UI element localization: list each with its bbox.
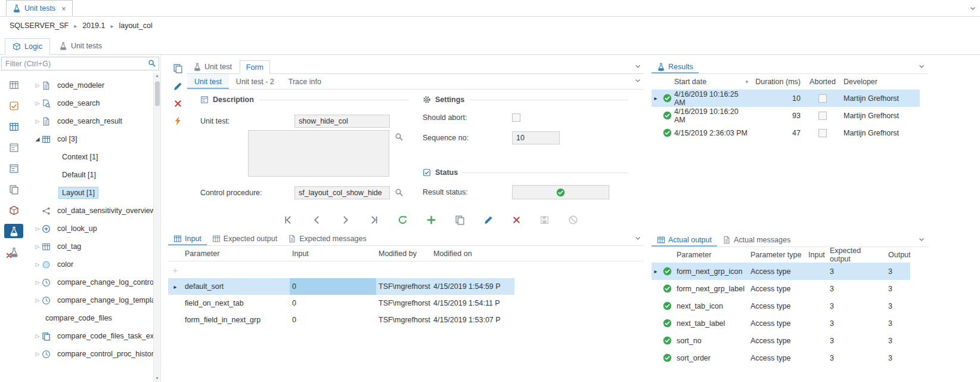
aborted-checkbox[interactable] <box>818 129 827 137</box>
search-lookup-icon[interactable] <box>395 133 404 141</box>
tree-item[interactable]: Default [1] <box>27 166 153 184</box>
delete-record-icon[interactable] <box>173 99 182 108</box>
document-tab-unit-tests[interactable]: Unit tests × <box>6 0 73 16</box>
packages-icon[interactable] <box>4 203 23 217</box>
column-header-parameter-type[interactable]: Parameter type <box>749 251 805 259</box>
tab-results[interactable]: Results <box>652 60 699 73</box>
column-header-input[interactable]: Input <box>290 246 376 261</box>
expander-icon[interactable]: ▷ <box>33 351 42 357</box>
tab-expected-output[interactable]: Expected output <box>207 232 283 245</box>
table-row[interactable]: 4/15/2019 2:36:03 PM 47 Martijn Grefhors… <box>652 124 920 141</box>
save-record-icon[interactable] <box>539 215 550 225</box>
add-row[interactable]: + <box>168 261 514 278</box>
add-record-icon[interactable] <box>426 215 436 225</box>
subtab-trace-info[interactable]: Trace info <box>281 74 328 89</box>
expander-icon[interactable]: ▷ <box>33 261 42 267</box>
should-abort-checkbox[interactable] <box>512 113 520 122</box>
expander-icon[interactable]: ▷ <box>33 118 42 124</box>
tables-icon[interactable] <box>4 119 23 134</box>
tab-unit-test[interactable]: Unit test <box>187 60 238 73</box>
last-record-icon[interactable] <box>369 215 379 225</box>
scrollbar-thumb[interactable] <box>155 81 160 106</box>
output-tab-overflow-chevron-icon[interactable] <box>918 236 925 243</box>
results-tab-overflow-chevron-icon[interactable] <box>918 63 925 70</box>
tree-item[interactable]: ▷color <box>27 255 153 273</box>
delete-record-icon[interactable] <box>512 215 521 224</box>
variants-icon[interactable] <box>4 161 23 175</box>
column-header-expected-output[interactable]: Expected output <box>826 247 883 263</box>
copy-record-icon[interactable] <box>455 215 465 225</box>
tree-item[interactable]: Context [1] <box>27 148 153 166</box>
table-row[interactable]: ▸ default_sort 0 TSF\mgrefhorst 4/15/201… <box>168 278 514 295</box>
tree-item[interactable]: ▷code_search <box>27 94 153 112</box>
copy-objects-icon[interactable] <box>4 182 23 196</box>
table-row[interactable]: form_next_grp_label Access type 3 3 <box>652 280 910 297</box>
tab-expected-messages[interactable]: Expected messages <box>283 232 372 245</box>
copy-record-icon[interactable] <box>173 63 183 73</box>
edit-record-icon[interactable] <box>173 81 183 91</box>
column-header-input[interactable]: Input <box>805 251 826 259</box>
column-header-modified-by[interactable]: Modified by <box>376 249 431 258</box>
tree-item[interactable]: ▷compare_change_log_templat <box>27 291 153 309</box>
tree-item[interactable]: ▷compare_control_proc_history <box>27 345 153 363</box>
column-header-parameter[interactable]: Parameter <box>674 251 749 259</box>
close-tab-icon[interactable]: × <box>61 4 66 13</box>
table-row[interactable]: ▸ 4/16/2019 10:16:25 AM 10 Martijn Grefh… <box>652 90 920 107</box>
tree-item[interactable]: ▷code_search_result <box>27 112 153 130</box>
expander-icon[interactable]: ▷ <box>33 226 42 232</box>
data-model-icon[interactable] <box>4 78 23 92</box>
next-record-icon[interactable] <box>340 215 351 225</box>
column-header-output[interactable]: Output <box>883 251 910 259</box>
failed-tests-icon[interactable] <box>4 245 23 259</box>
filter-input[interactable] <box>1 57 159 70</box>
run-test-lightning-icon[interactable] <box>173 116 183 126</box>
subtab-unit-test-2[interactable]: Unit test - 2 <box>229 74 281 89</box>
table-row[interactable]: next_tab_label Access type 3 3 <box>652 315 910 332</box>
io-tab-overflow-chevron-icon[interactable] <box>634 235 641 242</box>
expander-icon[interactable]: ◢ <box>33 136 42 142</box>
previous-record-icon[interactable] <box>312 215 322 225</box>
tree-item[interactable]: col_data_sensitivity_overview <box>27 202 153 220</box>
validations-icon[interactable] <box>4 98 23 113</box>
subtab-overflow-chevron-icon[interactable] <box>634 77 641 84</box>
tree-item[interactable]: ▷compare_change_log_control_ <box>27 273 153 291</box>
expander-icon[interactable]: ▷ <box>33 333 42 339</box>
refresh-icon[interactable] <box>398 215 408 225</box>
tab-actual-messages[interactable]: Actual messages <box>717 233 796 247</box>
cancel-edit-icon[interactable] <box>568 215 578 225</box>
breadcrumb-item-project[interactable]: SQLSERVER_SF <box>10 21 69 30</box>
subtab-unit-test[interactable]: Unit test <box>187 74 229 89</box>
first-record-icon[interactable] <box>283 215 293 225</box>
tab-unit-tests[interactable]: Unit tests <box>52 38 109 54</box>
column-header-parameter[interactable]: Parameter <box>182 249 290 258</box>
tree-item[interactable]: ▷compare_code_files_task_exter <box>27 327 153 345</box>
table-row[interactable]: 4/16/2019 10:16:20 AM 93 Martijn Grefhor… <box>652 107 920 124</box>
column-header-aborted[interactable]: Aborted <box>804 78 841 86</box>
expander-icon[interactable]: ▷ <box>33 82 42 88</box>
add-row-plus-icon[interactable]: + <box>168 265 182 275</box>
tab-logic[interactable]: Logic <box>5 38 50 55</box>
table-row[interactable]: sort_order Access type 3 3 <box>652 349 910 366</box>
tree-item[interactable]: ◢col [3] <box>27 130 153 148</box>
table-row[interactable]: form_field_in_next_grp 0 TSF\mgrefhorst … <box>168 312 514 328</box>
unit-tests-module-icon[interactable] <box>4 224 23 238</box>
edit-record-icon[interactable] <box>483 215 494 225</box>
search-icon[interactable] <box>148 59 156 67</box>
column-header-start-date[interactable]: Start date ▾ <box>674 78 750 86</box>
table-row[interactable]: ▸ form_next_grp_icon Access type 3 3 <box>652 263 910 280</box>
expander-icon[interactable]: ▷ <box>33 100 42 106</box>
tab-form[interactable]: Form <box>240 60 270 74</box>
tab-overflow-chevron-icon[interactable] <box>634 63 641 70</box>
scroll-up-icon[interactable]: ▴ <box>156 73 158 78</box>
table-row[interactable]: sort_no Access type 3 3 <box>652 332 910 349</box>
tree-item[interactable]: ▷code_modeler <box>27 76 153 94</box>
expander-icon[interactable]: ▷ <box>33 244 42 249</box>
table-row[interactable]: field_on_next_tab 0 TSF\mgrefhorst 4/15/… <box>168 295 514 312</box>
search-lookup-icon[interactable] <box>395 188 404 197</box>
control-procedure-field[interactable] <box>294 186 390 199</box>
tree-item-selected[interactable]: Layout [1] <box>27 184 153 202</box>
window-overflow-chevron-icon[interactable] <box>969 5 976 12</box>
column-header-developer[interactable]: Developer <box>841 78 920 86</box>
expander-icon[interactable]: ▷ <box>33 279 42 285</box>
column-header-modified-on[interactable]: Modified on <box>431 249 514 258</box>
